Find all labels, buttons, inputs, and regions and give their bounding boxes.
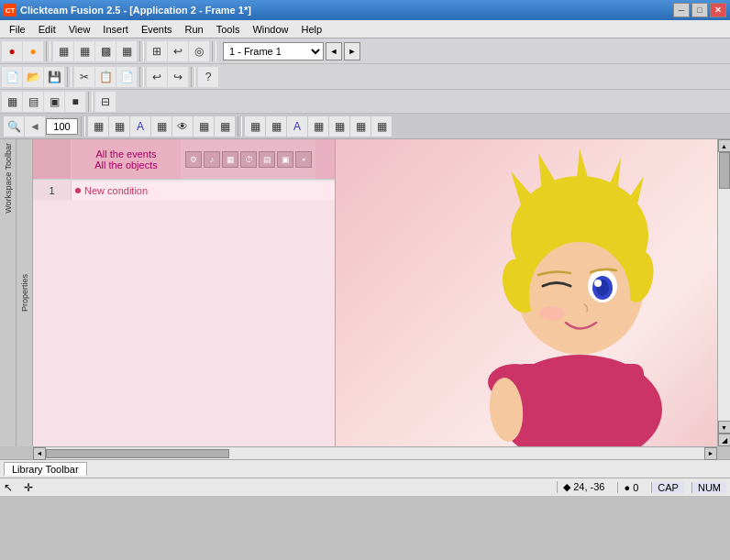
- hscroll-right-arrow[interactable]: ►: [704, 447, 717, 460]
- evt-btn7[interactable]: ▦: [215, 116, 235, 137]
- properties-panel: Properties: [17, 139, 33, 446]
- new-condition-area[interactable]: New condition: [72, 181, 151, 200]
- evt-btn13[interactable]: ▦: [350, 116, 371, 137]
- menu-window[interactable]: Window: [247, 22, 293, 37]
- menu-view[interactable]: View: [63, 22, 96, 37]
- sep5: [139, 67, 144, 87]
- maximize-button[interactable]: □: [691, 3, 708, 17]
- evt-btn9[interactable]: ▦: [266, 116, 286, 137]
- tb3-btn5[interactable]: ⊟: [95, 92, 116, 112]
- status-right: ◆ 24, -36 ● 0 CAP NUM: [557, 481, 726, 493]
- evt-btn4[interactable]: ▦: [151, 116, 171, 137]
- scroll-down-arrow[interactable]: ▼: [718, 421, 731, 434]
- tb-btn-6[interactable]: ▦: [116, 41, 137, 61]
- tb2-help[interactable]: ?: [198, 67, 218, 87]
- tb2-undo[interactable]: ↩: [147, 67, 167, 87]
- evt-btn1[interactable]: ▦: [88, 116, 108, 137]
- evt-btn3[interactable]: A: [130, 116, 150, 137]
- toolbar-row4: 🔍 ◄ 100 ▦ ▦ A ▦ 👁 ▦ ▦ ▦ ▦ A ▦ ▦ ▦ ▦: [0, 114, 730, 139]
- toolbar-row1: ● ● ▦ ▦ ▩ ▦ ⊞ ↩ ◎ 1 - Frame 1 ◄ ►: [0, 38, 730, 64]
- evt-btn5[interactable]: 👁: [172, 116, 193, 137]
- tb2-open[interactable]: 📂: [23, 67, 43, 87]
- zoom-input[interactable]: 100: [46, 118, 78, 135]
- new-button[interactable]: ●: [2, 41, 22, 61]
- tb2-paste[interactable]: 📄: [116, 67, 137, 87]
- tb2-cut[interactable]: ✂: [74, 67, 94, 87]
- tb3-btn4[interactable]: ■: [65, 92, 85, 112]
- evt-btn11[interactable]: ▦: [308, 116, 328, 137]
- row-num-header: [33, 139, 72, 179]
- evt-btn14[interactable]: ▦: [371, 116, 392, 137]
- main-workspace: Workspace Toolbar Properties All the eve…: [0, 139, 730, 446]
- sep3: [212, 41, 216, 61]
- right-scrollbar: ▲ ▼ ◢: [717, 139, 730, 446]
- evt-btn2[interactable]: ▦: [109, 116, 129, 137]
- tb2-save[interactable]: 💾: [44, 67, 64, 87]
- open-button[interactable]: ●: [23, 41, 43, 61]
- tb3-btn1[interactable]: ▦: [2, 92, 22, 112]
- tb-btn-4[interactable]: ▦: [74, 41, 94, 61]
- menu-file[interactable]: File: [4, 22, 31, 37]
- event-editor-header: All the events All the objects ⚙ ♪ ▦ ⏱ ▤…: [33, 139, 335, 180]
- library-toolbar-tab[interactable]: Library Toolbar: [4, 462, 87, 476]
- tb2-new[interactable]: 📄: [2, 67, 22, 87]
- frame-next-button[interactable]: ►: [344, 42, 360, 60]
- minimize-button[interactable]: ─: [673, 3, 690, 17]
- obj-icon-7[interactable]: ▪: [295, 151, 312, 168]
- menu-run[interactable]: Run: [180, 22, 209, 37]
- tb3-btn3[interactable]: ▣: [44, 92, 64, 112]
- menu-insert[interactable]: Insert: [97, 22, 134, 37]
- library-toolbar-area: Library Toolbar: [0, 459, 730, 478]
- obj-icon-checkerboard[interactable]: ▦: [222, 151, 238, 168]
- tb-btn-8[interactable]: ↩: [168, 41, 188, 61]
- menu-tools[interactable]: Tools: [211, 22, 246, 37]
- tb-btn-5[interactable]: ▩: [95, 41, 116, 61]
- scroll-corner: ◢: [718, 434, 731, 446]
- status-left: ↖ ✛: [4, 481, 33, 494]
- menu-events[interactable]: Events: [136, 22, 178, 37]
- frame-dropdown[interactable]: 1 - Frame 1: [223, 42, 324, 60]
- search-btn[interactable]: 🔍: [4, 116, 24, 137]
- evt-btn10[interactable]: A: [287, 116, 307, 137]
- hscroll-thumb[interactable]: [46, 449, 229, 458]
- object-icon-buttons: ⚙ ♪ ▦ ⏱ ▤ ▣ ▪: [182, 139, 315, 179]
- title-buttons: ─ □ ✕: [673, 3, 726, 17]
- evt-btn8[interactable]: ▦: [245, 116, 265, 137]
- event-editor: All the events All the objects ⚙ ♪ ▦ ⏱ ▤…: [33, 139, 336, 446]
- objects-count: ● 0: [617, 482, 644, 493]
- evt-btn6[interactable]: ▦: [194, 116, 214, 137]
- tb-btn-7[interactable]: ⊞: [147, 41, 167, 61]
- row-number-1: 1: [33, 181, 72, 200]
- tb2-redo[interactable]: ↪: [168, 67, 188, 87]
- scroll-up-arrow[interactable]: ▲: [718, 139, 731, 152]
- frame-prev-button[interactable]: ◄: [326, 42, 342, 60]
- sep7: [88, 92, 93, 112]
- menu-edit[interactable]: Edit: [33, 22, 61, 37]
- window-title: Clickteam Fusion 2.5 - [Application 2 - …: [20, 5, 251, 16]
- scroll-thumb[interactable]: [719, 152, 730, 189]
- hscroll-track: [46, 448, 704, 459]
- tb3-btn2[interactable]: ▤: [23, 92, 43, 112]
- app-icon: CT: [4, 4, 17, 16]
- move-icon: ✛: [24, 481, 33, 494]
- hscroll-left-arrow[interactable]: ◄: [33, 447, 46, 460]
- tb2-copy[interactable]: 📋: [95, 67, 116, 87]
- new-condition-label: New condition: [84, 185, 148, 196]
- bottom-scrollbar: ◄ ►: [33, 446, 717, 459]
- toolbar-row3: ▦ ▤ ▣ ■ ⊟: [0, 90, 730, 114]
- obj-icon-5[interactable]: ▤: [259, 151, 275, 168]
- obj-icon-clock[interactable]: ⏱: [240, 151, 257, 168]
- tb-btn-3[interactable]: ▦: [53, 41, 73, 61]
- obj-icon-gear[interactable]: ⚙: [185, 151, 202, 168]
- menu-help[interactable]: Help: [296, 22, 328, 37]
- close-button[interactable]: ✕: [710, 3, 726, 17]
- obj-icon-6[interactable]: ▣: [277, 151, 293, 168]
- svg-point-13: [529, 242, 630, 348]
- obj-icon-sound[interactable]: ♪: [204, 151, 220, 168]
- events-objects-header: All the events All the objects: [72, 139, 182, 179]
- evt-btn12[interactable]: ▦: [329, 116, 349, 137]
- tb-btn-9[interactable]: ◎: [189, 41, 209, 61]
- all-objects-label: All the objects: [94, 159, 157, 170]
- toolbar-row2: 📄 📂 💾 ✂ 📋 📄 ↩ ↪ ?: [0, 64, 730, 90]
- nav-left-btn[interactable]: ◄: [25, 116, 45, 137]
